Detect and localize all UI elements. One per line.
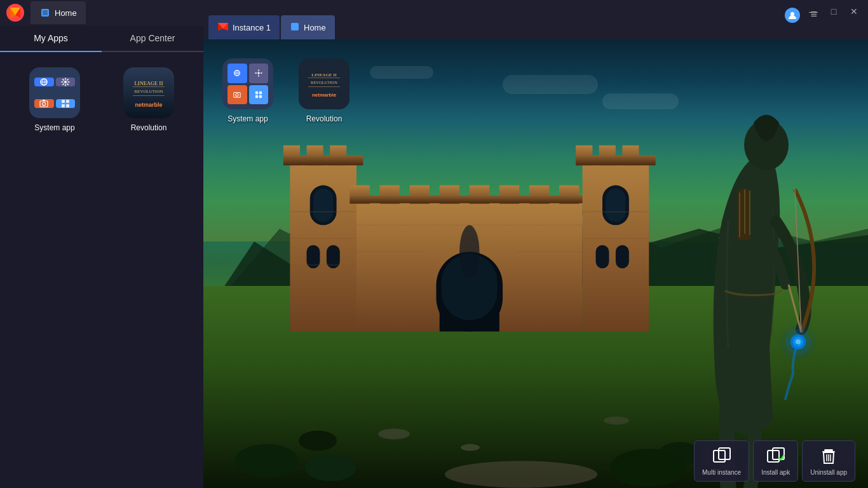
system-app-icon xyxy=(29,67,80,118)
revolution-app-icon: LINEAGE II REVOLUTION netmarble xyxy=(123,67,174,118)
svg-point-40 xyxy=(305,454,356,481)
home-tab-icon xyxy=(39,7,51,18)
svg-point-39 xyxy=(235,444,299,478)
svg-point-96 xyxy=(780,324,816,360)
svg-point-102 xyxy=(236,93,238,96)
svg-rect-74 xyxy=(595,245,609,268)
svg-rect-51 xyxy=(313,188,333,221)
svg-rect-67 xyxy=(582,158,649,331)
svg-text:REVOLUTION: REVOLUTION xyxy=(311,80,337,85)
svg-text:LINEAGE II: LINEAGE II xyxy=(134,81,163,86)
instance-tab-label: Instance 1 xyxy=(233,23,271,32)
sidebar: My Apps App Center xyxy=(0,25,203,488)
main-window: Home My Apps App Center xyxy=(0,0,868,488)
instance-title-bar: Instance 1 Home ≡ — □ ✕ xyxy=(203,0,868,39)
system-app-label: System app xyxy=(34,123,74,132)
list-item[interactable]: System app xyxy=(13,67,97,132)
list-item[interactable]: LINEAGE II REVOLUTION netmarble Revoluti… xyxy=(107,67,191,132)
svg-rect-75 xyxy=(616,245,629,268)
svg-rect-101 xyxy=(234,92,240,97)
svg-rect-14 xyxy=(66,100,69,103)
svg-text:netmarble: netmarble xyxy=(135,102,162,108)
app-grid: System app LINEAG xyxy=(0,52,203,145)
svg-point-11 xyxy=(43,102,46,105)
title-bar: Home xyxy=(0,0,203,25)
my-apps-tab[interactable]: My Apps xyxy=(0,25,102,51)
game-system-app-label: System app xyxy=(227,114,268,123)
home-tab-instance-label: Home xyxy=(304,23,326,32)
svg-rect-5 xyxy=(43,10,48,15)
svg-text:LINEAGE II: LINEAGE II xyxy=(311,72,337,78)
instance-tab[interactable]: Instance 1 xyxy=(208,15,280,39)
svg-text:REVOLUTION: REVOLUTION xyxy=(134,89,163,94)
window-controls: — □ ✕ xyxy=(807,5,860,18)
icon-cell-apps xyxy=(56,99,76,108)
game-system-app-icon xyxy=(222,58,273,109)
svg-rect-73 xyxy=(606,188,625,221)
svg-rect-15 xyxy=(62,104,65,107)
install-apk-label: Install apk xyxy=(761,469,790,476)
svg-point-43 xyxy=(299,431,337,451)
svg-point-36 xyxy=(378,429,410,440)
svg-point-84 xyxy=(459,225,479,278)
icon-cell-globe xyxy=(34,78,54,86)
install-apk-button[interactable]: Install apk xyxy=(753,440,798,482)
game-app-icons: System app LINEAGE II REVOLUTION netmarb… xyxy=(222,58,349,123)
svg-rect-45 xyxy=(290,158,356,331)
icon-cell-camera xyxy=(34,99,54,108)
svg-rect-16 xyxy=(66,104,69,107)
svg-rect-105 xyxy=(255,95,258,98)
multi-instance-label: Multi instance xyxy=(702,469,741,476)
app-center-tab[interactable]: App Center xyxy=(102,25,203,51)
bottom-toolbar: Multi instance Install apk xyxy=(694,440,855,482)
uninstall-app-icon xyxy=(818,446,839,466)
svg-point-37 xyxy=(461,444,480,451)
svg-text:netmarble: netmarble xyxy=(312,92,337,98)
multi-instance-button[interactable]: Multi instance xyxy=(694,440,749,482)
svg-rect-21 xyxy=(133,86,165,87)
bluestacks-logo xyxy=(4,1,27,24)
profile-icon[interactable] xyxy=(785,8,800,23)
home-tab-main[interactable]: Home xyxy=(31,1,86,24)
game-icon-globe xyxy=(227,64,247,83)
svg-rect-111 xyxy=(308,86,340,87)
multi-instance-icon xyxy=(712,446,732,466)
game-content: System app LINEAGE II REVOLUTION netmarb… xyxy=(203,39,868,488)
svg-rect-103 xyxy=(255,92,258,94)
svg-rect-49 xyxy=(283,155,363,165)
svg-point-100 xyxy=(257,72,259,74)
svg-rect-12 xyxy=(43,100,45,101)
svg-rect-106 xyxy=(259,95,262,98)
svg-rect-104 xyxy=(259,92,262,94)
uninstall-app-button[interactable]: Uninstall app xyxy=(802,440,855,482)
svg-rect-13 xyxy=(62,100,65,103)
svg-rect-71 xyxy=(576,155,656,165)
svg-point-44 xyxy=(610,449,686,487)
game-revolution-icon: LINEAGE II REVOLUTION netmarble xyxy=(299,58,349,109)
revolution-app-label: Revolution xyxy=(131,123,167,132)
home-tab-label: Home xyxy=(55,8,77,18)
minimize-button[interactable]: — xyxy=(807,5,820,18)
svg-point-9 xyxy=(64,81,67,83)
game-icon-camera xyxy=(227,85,247,105)
svg-rect-22 xyxy=(133,95,165,96)
home-tab-instance[interactable]: Home xyxy=(281,15,335,39)
install-apk-icon xyxy=(766,446,786,466)
icon-cell-settings xyxy=(56,78,76,86)
svg-point-35 xyxy=(445,461,597,488)
uninstall-app-label: Uninstall app xyxy=(810,469,847,476)
maximize-button[interactable]: □ xyxy=(827,5,840,18)
game-icon-apps xyxy=(249,85,269,105)
svg-rect-27 xyxy=(291,23,299,30)
game-revolution-label: Revolution xyxy=(306,114,342,123)
svg-rect-63 xyxy=(349,195,592,203)
game-app-item[interactable]: System app xyxy=(222,58,273,123)
home-tab-instance-icon xyxy=(290,22,300,34)
game-app-item[interactable]: LINEAGE II REVOLUTION netmarble Revoluti… xyxy=(299,58,349,123)
svg-rect-119 xyxy=(824,449,833,451)
svg-rect-110 xyxy=(308,78,340,78)
svg-rect-10 xyxy=(40,101,48,107)
game-icon-settings xyxy=(249,64,269,83)
archer-svg xyxy=(677,94,868,488)
close-button[interactable]: ✕ xyxy=(848,5,860,18)
